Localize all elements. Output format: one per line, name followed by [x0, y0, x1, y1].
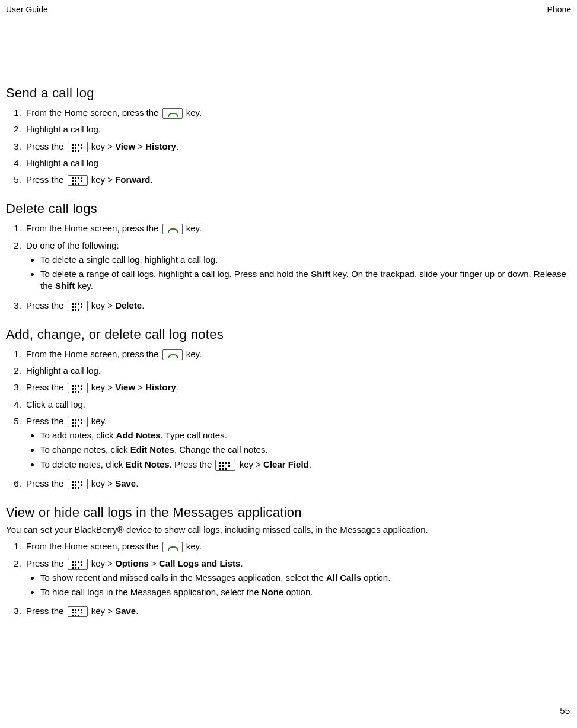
list-item: Press the key > Save.	[24, 475, 571, 492]
step-text: From the Home screen, press the	[26, 349, 161, 359]
step-text: Press the	[26, 558, 66, 568]
bold-view: View	[115, 141, 135, 151]
bold-edit-notes: Edit Notes	[125, 459, 169, 469]
bold-call-logs-and-lists: Call Logs and Lists	[159, 558, 241, 568]
page-container: User Guide Phone Send a call log From th…	[0, 0, 577, 718]
bullet-text: option.	[283, 587, 313, 597]
list-item: To delete a range of call logs, highligh…	[40, 267, 571, 294]
steps-view-hide-call-logs: From the Home screen, press the key. Pre…	[6, 538, 571, 619]
list-item: To change notes, click Edit Notes. Chang…	[40, 443, 571, 457]
list-item: To add notes, click Add Notes. Type call…	[40, 428, 571, 443]
bold-options: Options	[115, 558, 149, 568]
bold-history: History	[145, 382, 176, 392]
step-text: key >	[89, 141, 116, 151]
step-text: Press the	[26, 416, 66, 426]
step-text: Press the	[26, 382, 66, 392]
step-text: Highlight a call log.	[26, 124, 101, 134]
list-item: From the Home screen, press the key.	[24, 346, 571, 363]
send-key-icon	[162, 108, 183, 119]
sub-bullets: To add notes, click Add Notes. Type call…	[26, 428, 571, 472]
send-key-icon	[162, 542, 183, 552]
bb-menu-key-icon	[68, 417, 88, 427]
bb-menu-key-icon	[68, 559, 88, 570]
list-item: Press the key > Forward.	[24, 171, 571, 188]
step-text: Do one of the following:	[26, 240, 119, 250]
steps-call-log-notes: From the Home screen, press the key. Hig…	[6, 346, 571, 492]
step-text: Press the	[26, 478, 66, 488]
step-text: key.	[184, 541, 202, 551]
heading-call-log-notes: Add, change, or delete call log notes	[6, 327, 571, 342]
sub-bullets: To show recent and missed calls in the M…	[26, 571, 571, 600]
list-item: Do one of the following: To delete a sin…	[24, 237, 571, 297]
bullet-text: To delete a range of call logs, highligh…	[40, 269, 311, 279]
step-text: key >	[89, 478, 116, 488]
bb-menu-key-icon	[68, 175, 88, 186]
list-item: Click a call log.	[24, 396, 571, 413]
step-text: .	[142, 300, 144, 310]
bullet-text: key >	[237, 459, 263, 469]
bb-menu-key-icon	[68, 479, 88, 489]
bold-forward: Forward	[115, 174, 150, 185]
bold-all-calls: All Calls	[326, 573, 361, 583]
sub-bullets: To delete a single call log, highlight a…	[26, 253, 571, 294]
bold-add-notes: Add Notes	[116, 430, 161, 440]
heading-send-call-log: Send a call log	[6, 85, 571, 101]
bold-edit-notes: Edit Notes	[130, 444, 174, 454]
list-item: To delete notes, click Edit Notes. Press…	[40, 457, 571, 472]
list-item: To show recent and missed calls in the M…	[40, 571, 571, 585]
step-text: .	[176, 382, 178, 392]
step-text: Press the	[26, 300, 66, 310]
heading-delete-call-logs: Delete call logs	[6, 201, 571, 217]
list-item: From the Home screen, press the key.	[24, 104, 571, 121]
bb-menu-key-icon	[215, 460, 235, 471]
bullet-text: To show recent and missed calls in the M…	[40, 573, 326, 583]
bold-history: History	[145, 141, 176, 151]
bullet-text: To delete notes, click	[40, 459, 125, 469]
list-item: To hide call logs in the Messages applic…	[40, 585, 571, 599]
bullet-text: . Press the	[170, 459, 215, 469]
bold-save: Save	[115, 606, 136, 616]
bullet-text: key.	[75, 281, 93, 291]
bold-delete: Delete	[115, 300, 142, 310]
step-text: Press the	[26, 174, 66, 185]
step-text: Click a call log.	[26, 399, 85, 409]
step-text: >	[149, 558, 159, 568]
step-text: key >	[89, 382, 116, 392]
list-item: Press the key. To add notes, click Add N…	[24, 413, 571, 475]
step-text: .	[136, 606, 138, 616]
list-item: From the Home screen, press the key.	[24, 538, 571, 555]
bb-menu-key-icon	[68, 383, 88, 393]
list-item: Press the key > View > History.	[24, 379, 571, 396]
step-text: key.	[89, 416, 107, 426]
list-item: Press the key > Delete.	[24, 297, 571, 314]
step-text: .	[150, 174, 152, 185]
list-item: Highlight a call log.	[24, 363, 571, 379]
step-text: key.	[184, 223, 202, 233]
step-text: From the Home screen, press the	[26, 541, 161, 551]
heading-view-hide-call-logs: View or hide call logs in the Messages a…	[6, 505, 571, 520]
list-item: From the Home screen, press the key.	[24, 220, 571, 237]
bold-shift: Shift	[55, 281, 75, 291]
steps-delete-call-logs: From the Home screen, press the key. Do …	[6, 220, 571, 314]
bullet-text: option.	[361, 573, 390, 583]
bullet-text: To change notes, click	[40, 444, 130, 454]
bold-clear-field: Clear Field	[263, 459, 309, 469]
bullet-text: . Change the call notes.	[174, 444, 268, 454]
header-left: User Guide	[6, 5, 48, 14]
list-item: Press the key > Options > Call Logs and …	[24, 555, 571, 603]
bullet-text: To hide call logs in the Messages applic…	[40, 587, 262, 597]
step-text: Press the	[26, 141, 66, 151]
bb-menu-key-icon	[68, 301, 88, 311]
header-right: Phone	[547, 5, 571, 14]
step-text: Highlight a call log.	[26, 365, 101, 376]
list-item: To delete a single call log, highlight a…	[40, 253, 571, 267]
bullet-text: .	[309, 459, 311, 469]
steps-send-call-log: From the Home screen, press the key. Hig…	[6, 104, 571, 188]
bold-save: Save	[115, 478, 136, 488]
step-text: .	[240, 558, 243, 568]
send-key-icon	[162, 224, 183, 234]
list-item: Press the key > View > History.	[24, 138, 571, 155]
step-text: key.	[184, 107, 202, 117]
page-number: 55	[560, 705, 570, 716]
step-text: .	[136, 478, 138, 488]
